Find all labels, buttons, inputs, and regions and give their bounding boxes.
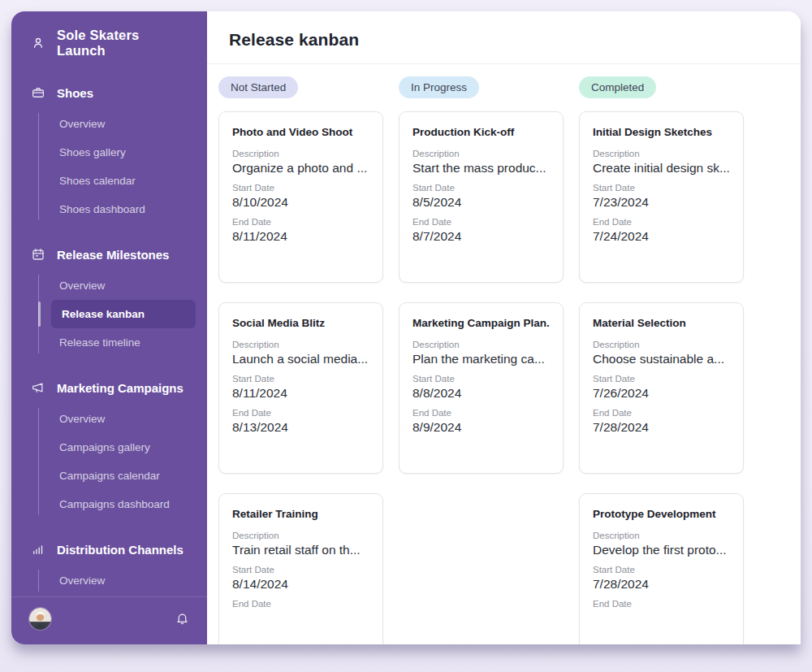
end-date-label: End Date xyxy=(593,217,730,227)
card-title: Production Kick-off xyxy=(412,126,550,138)
sidebar-item-shoes-gallery[interactable]: Shoes gallery xyxy=(11,138,207,167)
column-status-badge: In Progress xyxy=(399,76,479,98)
user-icon xyxy=(31,36,45,50)
column-cards: Initial Design Sketches Description Crea… xyxy=(579,111,744,644)
column-status-badge: Completed xyxy=(579,76,656,98)
section-release-milestones: Release Milestones Overview Release kanb… xyxy=(11,244,207,357)
kanban-column-not-started: Not Started Photo and Video Shoot Descri… xyxy=(218,76,383,644)
start-date-label: Start Date xyxy=(412,374,550,384)
card-description: Plan the marketing ca... xyxy=(412,352,550,366)
card-title: Retailer Training xyxy=(232,508,369,520)
card-end-date: 8/9/2024 xyxy=(412,420,550,435)
card-start-date: 8/14/2024 xyxy=(232,577,369,592)
card-start-date: 7/28/2024 xyxy=(593,577,730,592)
card-end-date: 8/11/2024 xyxy=(232,229,369,244)
start-date-label: Start Date xyxy=(593,374,730,384)
end-date-label: End Date xyxy=(232,599,369,609)
section-marketing-campaigns: Marketing Campaigns Overview Campaigns g… xyxy=(11,377,207,518)
section-label: Marketing Campaigns xyxy=(57,381,184,395)
card-title: Material Selection xyxy=(593,317,730,329)
bar-chart-icon xyxy=(31,542,45,557)
sub-list-distribution-channels: Overview xyxy=(11,566,207,595)
card-description: Train retail staff on th... xyxy=(232,543,369,557)
app-window: Sole Skaters Launch Shoes Overview Shoes… xyxy=(11,11,801,644)
briefcase-icon xyxy=(31,85,45,100)
sidebar-item-shoes-overview[interactable]: Overview xyxy=(11,110,207,138)
sidebar-item-shoes[interactable]: Shoes xyxy=(11,82,207,103)
start-date-label: Start Date xyxy=(232,374,369,384)
card-title: Initial Design Sketches xyxy=(593,126,730,138)
start-date-label: Start Date xyxy=(593,565,730,574)
card-description: Launch a social media... xyxy=(232,352,369,366)
megaphone-icon xyxy=(31,380,45,395)
sub-list-release-milestones: Overview Release kanban Release timeline xyxy=(11,271,207,357)
card-description: Create initial design sk... xyxy=(593,161,730,176)
sidebar-footer xyxy=(11,596,207,644)
end-date-label: End Date xyxy=(412,217,550,227)
sidebar-item-distribution-overview[interactable]: Overview xyxy=(11,566,207,595)
sidebar-item-distribution-channels[interactable]: Distribution Channels xyxy=(11,539,207,560)
sidebar: Sole Skaters Launch Shoes Overview Shoes… xyxy=(11,11,207,644)
sidebar-nav: Shoes Overview Shoes gallery Shoes calen… xyxy=(11,62,207,596)
card-start-date: 8/5/2024 xyxy=(412,195,550,210)
kanban-board: Not Started Photo and Video Shoot Descri… xyxy=(207,64,801,644)
kanban-card-photo-and-video-shoot[interactable]: Photo and Video Shoot Description Organi… xyxy=(218,111,383,283)
bell-icon[interactable] xyxy=(175,612,189,626)
card-title: Photo and Video Shoot xyxy=(232,126,369,138)
kanban-card-production-kick-off[interactable]: Production Kick-off Description Start th… xyxy=(399,111,564,283)
description-label: Description xyxy=(593,340,730,349)
column-cards: Production Kick-off Description Start th… xyxy=(399,111,564,474)
section-label: Distribution Channels xyxy=(57,543,184,557)
sidebar-item-campaigns-gallery[interactable]: Campaigns gallery xyxy=(11,433,207,462)
end-date-label: End Date xyxy=(232,217,369,227)
sidebar-item-campaigns-dashboard[interactable]: Campaigns dashboard xyxy=(11,490,207,518)
start-date-label: Start Date xyxy=(232,565,369,574)
sidebar-item-release-timeline[interactable]: Release timeline xyxy=(11,328,207,357)
sidebar-item-campaigns-overview[interactable]: Overview xyxy=(11,405,207,433)
start-date-label: Start Date xyxy=(593,183,730,193)
card-start-date: 8/8/2024 xyxy=(412,386,550,401)
kanban-card-initial-design-sketches[interactable]: Initial Design Sketches Description Crea… xyxy=(579,111,744,283)
card-start-date: 7/26/2024 xyxy=(593,386,730,401)
kanban-card-social-media-blitz[interactable]: Social Media Blitz Description Launch a … xyxy=(218,302,383,474)
start-date-label: Start Date xyxy=(412,183,550,193)
kanban-card-prototype-development[interactable]: Prototype Development Description Develo… xyxy=(579,493,744,644)
card-end-date: 7/28/2024 xyxy=(593,420,730,435)
kanban-card-material-selection[interactable]: Material Selection Description Choose su… xyxy=(579,302,744,474)
description-label: Description xyxy=(232,149,369,158)
sidebar-item-release-milestones[interactable]: Release Milestones xyxy=(11,244,207,265)
sidebar-item-release-kanban[interactable]: Release kanban xyxy=(51,300,196,328)
description-label: Description xyxy=(593,531,730,540)
sidebar-item-marketing-campaigns[interactable]: Marketing Campaigns xyxy=(11,377,207,398)
workspace-title-label: Sole Skaters Launch xyxy=(57,28,191,59)
end-date-label: End Date xyxy=(232,408,369,418)
kanban-column-completed: Completed Initial Design Sketches Descri… xyxy=(579,76,744,644)
card-title: Social Media Blitz xyxy=(232,317,369,329)
section-shoes: Shoes Overview Shoes gallery Shoes calen… xyxy=(11,82,207,223)
section-distribution-channels: Distribution Channels Overview xyxy=(11,539,207,595)
end-date-label: End Date xyxy=(412,408,550,418)
main-header: Release kanban xyxy=(207,11,801,64)
sidebar-item-campaigns-calendar[interactable]: Campaigns calendar xyxy=(11,462,207,490)
sub-list-shoes: Overview Shoes gallery Shoes calendar Sh… xyxy=(11,110,207,223)
section-label: Release Milestones xyxy=(57,248,169,262)
card-description: Choose sustainable a... xyxy=(593,352,730,366)
calendar-icon xyxy=(31,247,45,262)
description-label: Description xyxy=(232,340,369,349)
workspace-title[interactable]: Sole Skaters Launch xyxy=(11,11,207,62)
end-date-label: End Date xyxy=(593,599,730,609)
user-avatar[interactable] xyxy=(29,608,51,630)
description-label: Description xyxy=(412,340,550,349)
sub-list-marketing-campaigns: Overview Campaigns gallery Campaigns cal… xyxy=(11,405,207,518)
sidebar-item-shoes-dashboard[interactable]: Shoes dashboard xyxy=(11,195,207,223)
kanban-card-retailer-training[interactable]: Retailer Training Description Train reta… xyxy=(218,493,383,644)
sidebar-item-release-overview[interactable]: Overview xyxy=(11,271,207,300)
sidebar-item-shoes-calendar[interactable]: Shoes calendar xyxy=(11,167,207,195)
card-start-date: 8/10/2024 xyxy=(232,195,369,210)
card-start-date: 8/11/2024 xyxy=(232,386,369,401)
kanban-card-marketing-campaign-plan[interactable]: Marketing Campaign Plan... Description P… xyxy=(399,302,564,474)
card-description: Develop the first proto... xyxy=(593,543,730,557)
card-end-date: 7/24/2024 xyxy=(593,229,730,244)
kanban-column-in-progress: In Progress Production Kick-off Descript… xyxy=(399,76,564,644)
card-title: Prototype Development xyxy=(593,508,730,520)
